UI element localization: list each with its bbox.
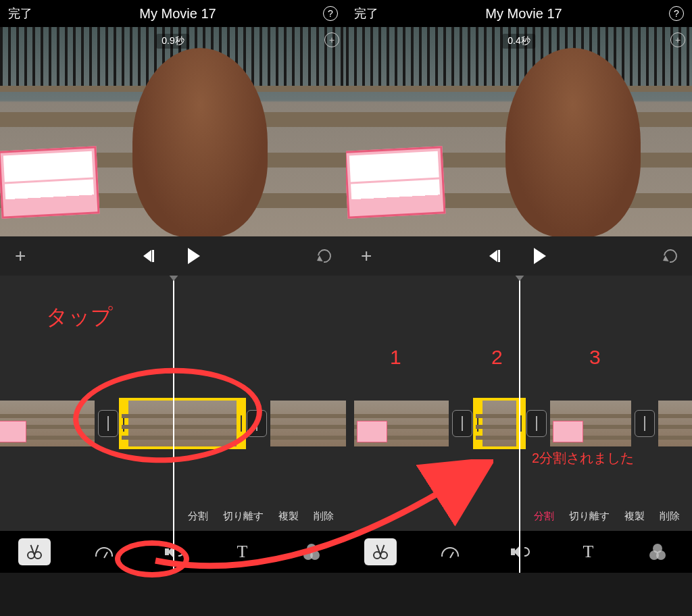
clip-3[interactable] (550, 401, 631, 446)
top-bar: 完了 My Movie 17 ? (346, 0, 692, 27)
zoom-icon[interactable]: + (670, 32, 685, 47)
project-title: My Movie 17 (485, 6, 562, 22)
undo-button[interactable] (661, 247, 680, 265)
text-tool[interactable]: T (572, 538, 604, 565)
duplicate-action[interactable]: 複製 (278, 510, 299, 523)
video-preview: 0.4秒 + (346, 27, 692, 236)
skip-back-button[interactable] (489, 250, 500, 262)
help-icon[interactable]: ? (323, 6, 338, 21)
scissors-tool[interactable] (364, 538, 397, 565)
project-title: My Movie 17 (139, 6, 216, 22)
top-bar: 完了 My Movie 17 ? (0, 0, 346, 27)
filters-tool[interactable] (295, 538, 328, 565)
split-action[interactable]: 分割 (534, 510, 554, 523)
clip-2-selected[interactable] (476, 401, 523, 446)
zoom-icon[interactable]: + (324, 32, 339, 47)
timeline[interactable]: 分割 切り離す 複製 削除 T (346, 276, 692, 573)
play-button[interactable] (534, 248, 546, 264)
transition-marker[interactable] (247, 410, 267, 437)
detach-action[interactable]: 切り離す (223, 510, 264, 523)
help-icon[interactable]: ? (669, 6, 684, 21)
playhead (173, 276, 174, 573)
playback-controls: + (0, 236, 346, 276)
clip-1[interactable] (0, 401, 95, 446)
clip-2-selected[interactable] (122, 401, 243, 446)
clip-duration: 0.4秒 (502, 34, 535, 49)
delete-action[interactable]: 削除 (314, 510, 334, 523)
speed-tool[interactable] (434, 538, 466, 565)
text-tool[interactable]: T (226, 538, 258, 565)
done-button[interactable]: 完了 (8, 5, 32, 22)
clip-duration: 0.9秒 (156, 34, 189, 49)
delete-action[interactable]: 削除 (660, 510, 680, 523)
transition-marker[interactable] (98, 410, 118, 437)
transition-marker[interactable] (526, 410, 547, 437)
scissors-tool[interactable] (18, 538, 51, 565)
transition-marker[interactable] (452, 410, 472, 437)
detach-action[interactable]: 切り離す (569, 510, 610, 523)
add-media-button[interactable]: + (361, 245, 372, 267)
undo-button[interactable] (315, 247, 334, 265)
timeline[interactable]: 分割 切り離す 複製 削除 T (0, 276, 346, 573)
video-preview: 0.9秒 + (0, 27, 346, 236)
left-screenshot: 完了 My Movie 17 ? 0.9秒 + + (0, 0, 346, 616)
done-button[interactable]: 完了 (354, 5, 378, 22)
clip-1[interactable] (354, 401, 449, 446)
transition-marker[interactable] (635, 410, 655, 437)
right-screenshot: 完了 My Movie 17 ? 0.4秒 + + (346, 0, 692, 616)
filters-tool[interactable] (641, 538, 674, 565)
clip-3[interactable] (270, 401, 346, 446)
split-action[interactable]: 分割 (188, 510, 208, 523)
play-button[interactable] (188, 248, 200, 264)
trim-handle-right[interactable] (237, 401, 243, 446)
playhead (519, 276, 520, 573)
add-media-button[interactable]: + (15, 245, 26, 267)
playback-controls: + (346, 236, 692, 276)
speed-tool[interactable] (88, 538, 120, 565)
duplicate-action[interactable]: 複製 (624, 510, 645, 523)
skip-back-button[interactable] (143, 250, 154, 262)
clip-4[interactable] (658, 401, 692, 446)
